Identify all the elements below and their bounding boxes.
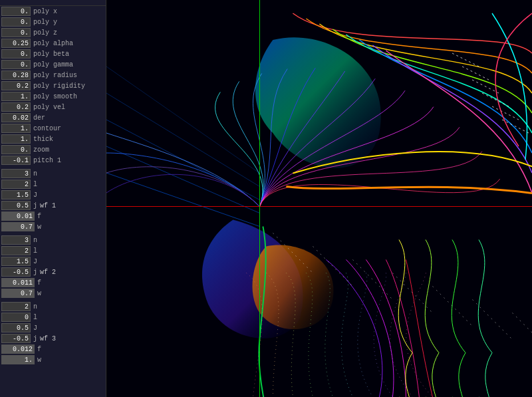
param-input-11[interactable]: [1, 124, 31, 133]
wf2-section: n l J j wf 2 f w: [0, 235, 106, 299]
param-row-13: zoom: [0, 144, 106, 155]
wf1-w-label: w: [37, 223, 41, 231]
main-params-section: poly xpoly ypoly zpoly alphapoly betapol…: [0, 6, 106, 166]
param-input-7[interactable]: [1, 81, 31, 90]
param-label-3: poly alpha: [33, 40, 73, 47]
param-input-3[interactable]: [1, 39, 31, 48]
param-input-5[interactable]: [1, 60, 31, 69]
param-label-11: contour: [33, 125, 61, 132]
param-row-5: poly gamma: [0, 59, 106, 70]
param-row-14: pitch 1: [0, 155, 106, 166]
param-input-2[interactable]: [1, 28, 31, 37]
param-input-10[interactable]: [1, 113, 31, 122]
wf1-label: wf 1: [40, 202, 56, 209]
param-label-8: poly smooth: [33, 93, 77, 100]
wf1-J-input[interactable]: [1, 190, 31, 199]
wf3-J-label: J: [33, 325, 37, 332]
wf1-J-label: J: [33, 192, 37, 199]
wf1-f-input[interactable]: [1, 211, 35, 221]
param-label-6: poly radius: [33, 72, 77, 79]
param-input-8[interactable]: [1, 92, 31, 101]
param-row-2: poly z: [0, 27, 106, 38]
wf2-f-label: f: [37, 279, 41, 287]
wf1-j-label: j: [33, 202, 37, 209]
param-row-8: poly smooth: [0, 91, 106, 102]
wf1-f-label: f: [37, 213, 41, 220]
filament-canvas: [106, 0, 532, 397]
left-panel: poly xpoly ypoly zpoly alphapoly betapol…: [0, 0, 106, 397]
wf3-n-input[interactable]: [1, 302, 31, 311]
wf2-n-label: n: [33, 237, 37, 244]
wf3-J-input[interactable]: [1, 323, 31, 332]
param-label-1: poly y: [33, 19, 57, 26]
param-input-12[interactable]: [1, 134, 31, 144]
param-label-2: poly z: [33, 29, 57, 37]
wf1-l-input[interactable]: [1, 180, 31, 189]
param-label-12: thick: [33, 136, 53, 143]
panel-title: [0, 1, 106, 6]
param-input-1[interactable]: [1, 17, 31, 27]
param-input-14[interactable]: [1, 156, 31, 165]
param-row-1: poly y: [0, 17, 106, 27]
wf3-section: n l J j wf 3 f w: [0, 301, 106, 365]
wf2-l-input[interactable]: [1, 246, 31, 255]
wf2-l-label: l: [33, 247, 37, 255]
param-label-10: der: [33, 114, 45, 122]
wf1-section: n l J j wf 1 f w: [0, 168, 106, 232]
param-input-9[interactable]: [1, 102, 31, 112]
param-label-9: poly vel: [33, 104, 65, 111]
param-row-6: poly radius: [0, 70, 106, 80]
param-input-0[interactable]: [1, 7, 31, 16]
wf2-j-label: j: [33, 269, 37, 276]
param-row-3: poly alpha: [0, 38, 106, 49]
param-label-7: poly rigidity: [33, 82, 85, 90]
wf3-n-label: n: [33, 303, 37, 311]
wf3-w-input[interactable]: [1, 355, 35, 364]
wf2-w-input[interactable]: [1, 289, 35, 298]
param-input-4[interactable]: [1, 49, 31, 59]
wf2-j-input[interactable]: [1, 267, 31, 277]
param-label-0: poly x: [33, 8, 57, 15]
wf1-l-label: l: [33, 181, 37, 188]
wf1-n-input[interactable]: [1, 169, 31, 178]
wf3-l-input[interactable]: [1, 313, 31, 322]
param-row-11: contour: [0, 123, 106, 134]
param-row-12: thick: [0, 134, 106, 144]
param-label-13: zoom: [33, 146, 49, 154]
wf2-n-input[interactable]: [1, 235, 31, 245]
param-row-9: poly vel: [0, 102, 106, 112]
wf3-f-input[interactable]: [1, 344, 35, 354]
wf2-J-input[interactable]: [1, 257, 31, 266]
wf2-label: wf 2: [40, 269, 56, 276]
param-label-4: poly beta: [33, 51, 69, 58]
wf2-w-label: w: [37, 290, 41, 297]
param-label-5: poly gamma: [33, 61, 73, 68]
wf3-l-label: l: [33, 314, 37, 321]
param-input-13[interactable]: [1, 145, 31, 154]
wf1-j-input[interactable]: [1, 201, 31, 210]
canvas-area: [106, 0, 532, 397]
wf3-f-label: f: [37, 346, 41, 353]
param-label-14: pitch 1: [33, 157, 61, 164]
param-row-0: poly x: [0, 6, 106, 17]
wf3-j-label: j: [33, 335, 37, 342]
wf3-j-input[interactable]: [1, 334, 31, 343]
param-input-6[interactable]: [1, 70, 31, 80]
wf2-f-input[interactable]: [1, 278, 35, 287]
param-row-10: der: [0, 112, 106, 123]
param-row-7: poly rigidity: [0, 80, 106, 91]
wf3-w-label: w: [37, 356, 41, 364]
wf3-label: wf 3: [40, 335, 56, 342]
wf2-J-label: J: [33, 258, 37, 265]
wf1-n-label: n: [33, 170, 37, 178]
wf1-w-input[interactable]: [1, 222, 35, 231]
param-row-4: poly beta: [0, 49, 106, 59]
